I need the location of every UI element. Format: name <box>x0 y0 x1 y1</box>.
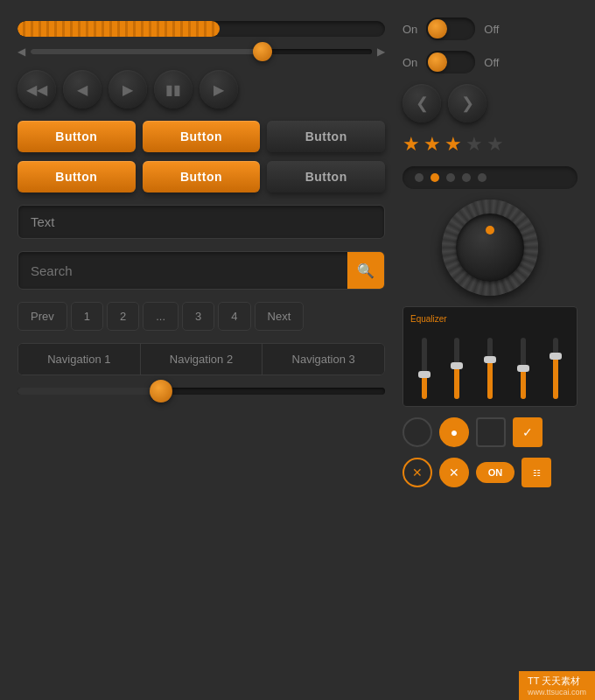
range-right-arrow[interactable]: ▶ <box>377 46 385 58</box>
bottom-slider <box>18 388 385 395</box>
eq-thumb-3 <box>484 356 496 363</box>
eq-thumb-1 <box>418 371 430 378</box>
page-2[interactable]: 2 <box>107 302 139 331</box>
eq-track-2[interactable] <box>454 338 459 399</box>
radio-unselected[interactable] <box>402 417 432 447</box>
button-row2-3[interactable]: Button <box>267 161 385 192</box>
text-input[interactable] <box>18 205 385 239</box>
star-5[interactable]: ★ <box>486 133 504 156</box>
range-slider-row: ◀ ▶ <box>18 46 385 58</box>
nav-tab-2[interactable]: Navigation 2 <box>141 344 263 374</box>
search-icon: 🔍 <box>357 262 374 279</box>
dot-5[interactable] <box>478 173 486 182</box>
eq-fill-1 <box>422 374 427 399</box>
page-ellipsis: ... <box>143 302 178 331</box>
knob-outer[interactable] <box>442 200 538 296</box>
close-circle-2[interactable]: ✕ <box>439 458 469 487</box>
star-2[interactable]: ★ <box>424 133 441 156</box>
pagination: Prev 1 2 ... 3 4 Next <box>18 302 385 331</box>
dot-1[interactable] <box>415 173 424 182</box>
media-btn-skip-back[interactable]: ◀◀ <box>18 70 56 108</box>
nav-left-arrow[interactable]: ❮ <box>402 84 441 122</box>
button-row2-1[interactable]: Button <box>18 161 136 192</box>
range-thumb[interactable] <box>253 42 272 61</box>
dot-4[interactable] <box>462 173 471 182</box>
progress-fill <box>18 21 220 37</box>
media-btn-back[interactable]: ◀ <box>63 70 102 108</box>
eq-track-1[interactable] <box>422 338 427 399</box>
on-toggle[interactable]: ON <box>476 462 514 483</box>
search-input[interactable] <box>18 255 347 287</box>
eq-col-2 <box>444 329 472 399</box>
grid-icon[interactable]: ☷ <box>522 458 551 487</box>
toggle1-on-label: On <box>402 23 417 36</box>
toggle2-off-label: Off <box>484 56 499 69</box>
eq-fill-4 <box>521 368 526 399</box>
next-button[interactable]: Next <box>255 302 304 331</box>
media-btn-pause[interactable]: ▮▮ <box>154 70 192 108</box>
progress-bar[interactable] <box>18 21 385 37</box>
eq-sliders <box>410 329 570 399</box>
toggle-row-2: On Off <box>402 51 578 74</box>
toggle-row-1: On Off <box>402 18 578 40</box>
eq-thumb-5 <box>550 353 562 360</box>
range-track[interactable] <box>31 49 372 54</box>
radio-selected[interactable]: ● <box>439 417 469 447</box>
star-rating: ★ ★ ★ ★ ★ <box>402 133 578 156</box>
toggle-2[interactable] <box>426 51 475 74</box>
dot-2[interactable] <box>430 173 439 182</box>
nav-tab-1[interactable]: Navigation 1 <box>18 344 141 374</box>
checkbox-checked[interactable]: ✓ <box>513 417 542 447</box>
watermark-url: www.ttsucai.com <box>528 688 586 696</box>
star-3[interactable]: ★ <box>444 133 462 156</box>
page-3[interactable]: 3 <box>182 302 214 331</box>
range-left-arrow[interactable]: ◀ <box>18 46 25 58</box>
eq-track-4[interactable] <box>521 338 526 399</box>
star-1[interactable]: ★ <box>402 133 420 156</box>
button-row-1: Button Button Button <box>18 121 385 152</box>
slider-section: ◀ ▶ <box>18 21 385 58</box>
eq-fill-5 <box>553 356 558 399</box>
bottom-range-fill <box>18 388 164 395</box>
dot-3[interactable] <box>446 173 455 182</box>
eq-col-1 <box>410 329 438 399</box>
icons-row-1: ● ✓ <box>402 417 578 447</box>
button-row2-2[interactable]: Button <box>143 161 261 192</box>
media-btn-play[interactable]: ▶ <box>108 70 147 108</box>
search-button[interactable]: 🔍 <box>347 252 384 289</box>
checkbox-unchecked[interactable] <box>476 417 506 447</box>
close-circle-1[interactable]: ✕ <box>402 458 432 487</box>
button-row1-2[interactable]: Button <box>143 121 261 152</box>
toggle-1[interactable] <box>426 18 475 40</box>
watermark: TT 天天素材 www.ttsucai.com <box>519 671 595 700</box>
toggle-1-thumb <box>428 19 447 38</box>
nav-right-arrow[interactable]: ❯ <box>448 84 486 122</box>
nav-tab-3[interactable]: Navigation 3 <box>262 344 384 374</box>
toggle2-on-label: On <box>402 56 417 69</box>
knob-indicator <box>486 226 494 234</box>
eq-track-5[interactable] <box>553 338 558 399</box>
eq-col-4 <box>509 329 537 399</box>
eq-thumb-2 <box>451 362 463 369</box>
right-panel: On Off On Off ❮ ❯ ★ ★ ★ ★ ★ <box>402 18 578 487</box>
toggle-2-thumb <box>428 52 447 72</box>
eq-track-3[interactable] <box>487 338 493 399</box>
prev-button[interactable]: Prev <box>18 302 67 331</box>
bottom-range-thumb[interactable] <box>150 380 172 402</box>
icons-row-2: ✕ ✕ ON ☷ <box>402 458 578 487</box>
equalizer-container: Equalizer <box>402 306 578 407</box>
page-1[interactable]: 1 <box>71 302 103 331</box>
eq-fill-3 <box>487 360 493 400</box>
dot-pagination <box>402 166 578 189</box>
left-panel: ◀ ▶ ◀◀ ◀ ▶ ▮▮ ▶ Button Button Button <box>18 18 385 487</box>
button-row1-1[interactable]: Button <box>18 121 136 152</box>
star-4[interactable]: ★ <box>466 133 483 156</box>
knob-inner <box>456 214 524 282</box>
knob-container <box>402 200 578 296</box>
media-btn-forward[interactable]: ▶ <box>200 70 238 108</box>
page-4[interactable]: 4 <box>218 302 250 331</box>
button-row1-3[interactable]: Button <box>267 121 385 152</box>
bottom-range-track[interactable] <box>18 388 385 395</box>
eq-thumb-4 <box>517 365 529 372</box>
watermark-brand: TT 天天素材 <box>528 675 586 688</box>
